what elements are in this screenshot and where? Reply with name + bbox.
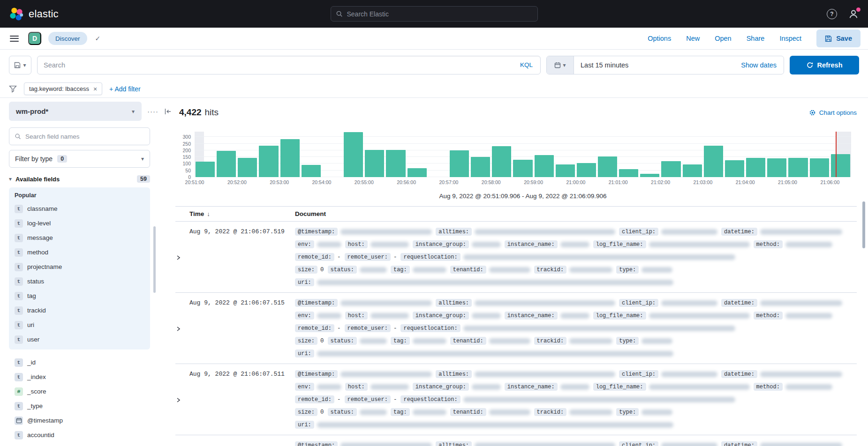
field-item-_index[interactable]: t_index (13, 370, 146, 384)
document-field: tenantid: (450, 337, 530, 345)
histogram-bar[interactable] (597, 132, 618, 177)
expand-row-icon[interactable] (175, 227, 189, 287)
expand-row-icon[interactable] (175, 298, 189, 358)
expand-row-icon[interactable] (175, 370, 189, 429)
histogram-bar[interactable] (787, 132, 808, 177)
expand-row-icon[interactable] (175, 441, 189, 446)
collapse-sidebar-icon[interactable] (164, 108, 172, 115)
field-item-trackid[interactable]: ttrackid (13, 303, 146, 318)
histogram-bar[interactable] (830, 132, 851, 177)
calendar-icon (16, 417, 22, 424)
histogram-bar[interactable] (322, 132, 343, 177)
save-button[interactable]: Save (816, 30, 860, 47)
histogram-bar[interactable] (428, 132, 449, 177)
table-scrollbar-thumb[interactable] (862, 201, 865, 248)
elastic-logo (9, 7, 23, 21)
field-filters-ellipsis-icon[interactable]: ···· (147, 107, 159, 115)
field-name-badge: requestlocation: (400, 324, 460, 332)
field-item-classname[interactable]: tclassname (13, 201, 146, 216)
field-item-accountid[interactable]: taccountid (13, 428, 146, 442)
brand[interactable]: elastic (9, 7, 59, 21)
field-item-_type[interactable]: t_type (13, 399, 146, 413)
query-input[interactable] (44, 61, 513, 69)
histogram-bar[interactable] (660, 132, 681, 177)
field-item-@timestamp[interactable]: @timestamp (13, 413, 146, 428)
field-item-projectname[interactable]: tprojectname (13, 260, 146, 274)
histogram-bar[interactable] (766, 132, 787, 177)
redacted-field-value (475, 443, 615, 446)
field-search[interactable] (9, 127, 150, 145)
field-item-_id[interactable]: t_id (13, 355, 146, 370)
remove-filter-icon[interactable]: × (93, 86, 97, 92)
time-column-header[interactable]: Time ↓ (189, 210, 295, 217)
histogram-bar[interactable] (491, 132, 512, 177)
histogram-bar[interactable] (258, 132, 279, 177)
field-item-uri[interactable]: turi (13, 318, 146, 332)
header-link-inspect[interactable]: Inspect (779, 35, 801, 42)
histogram-bar[interactable] (195, 132, 216, 177)
histogram-bar[interactable] (618, 132, 639, 177)
field-item-_score[interactable]: #_score (13, 384, 146, 399)
breadcrumb[interactable]: Discover (48, 32, 87, 45)
field-item-message[interactable]: tmessage (13, 230, 146, 245)
histogram-bar[interactable] (512, 132, 533, 177)
global-search-input[interactable] (347, 10, 533, 18)
field-item-log-level[interactable]: tlog-level (13, 216, 146, 230)
histogram-bar[interactable] (534, 132, 555, 177)
histogram-bar[interactable] (724, 132, 745, 177)
filter-pill[interactable]: tag.keyword: lbaccess × (24, 82, 102, 95)
histogram-bar[interactable] (449, 132, 470, 177)
histogram-bar[interactable] (809, 132, 830, 177)
field-item-user[interactable]: tuser (13, 332, 146, 347)
help-icon[interactable]: ? (827, 9, 837, 19)
quick-select-calendar-icon[interactable]: ▾ (547, 56, 574, 74)
histogram-bar[interactable] (237, 132, 258, 177)
histogram-bar[interactable] (385, 132, 406, 177)
field-name-badge: log_file_name: (593, 240, 646, 248)
chart-options-button[interactable]: Chart options (809, 109, 857, 116)
histogram-bar[interactable] (301, 132, 322, 177)
document-field: requestlocation: (400, 395, 735, 403)
show-dates-link[interactable]: Show dates (741, 61, 784, 69)
time-range-value[interactable]: Last 15 minutes (574, 61, 628, 69)
histogram-bar[interactable] (364, 132, 385, 177)
query-language-button[interactable]: KQL (513, 56, 540, 74)
header-link-options[interactable]: Options (648, 35, 671, 42)
sort-desc-icon[interactable]: ↓ (207, 210, 210, 217)
field-value: - (337, 325, 341, 332)
histogram-bar[interactable] (703, 132, 724, 177)
filter-by-type-control[interactable]: Filter by type 0 ▾ (9, 150, 150, 168)
add-filter-button[interactable]: + Add filter (109, 85, 141, 93)
sidebar-scrollbar-thumb[interactable] (153, 226, 156, 293)
histogram-bar[interactable] (682, 132, 703, 177)
header-link-new[interactable]: New (686, 35, 700, 42)
text-field-icon: t (15, 205, 23, 213)
available-fields-accordion[interactable]: ▾ Available fields 59 (9, 175, 150, 183)
global-search[interactable] (331, 6, 538, 22)
menu-icon[interactable] (8, 33, 21, 44)
bar-fill (598, 156, 617, 177)
histogram-bar[interactable] (555, 132, 576, 177)
header-link-open[interactable]: Open (715, 35, 731, 42)
header-link-share[interactable]: Share (747, 35, 765, 42)
histogram-bar[interactable] (216, 132, 237, 177)
histogram-bar[interactable] (279, 132, 301, 177)
field-name-badge: trackid: (534, 408, 567, 416)
field-item-method[interactable]: tmethod (13, 245, 146, 260)
histogram-bar[interactable] (576, 132, 597, 177)
histogram-bar[interactable] (407, 132, 428, 177)
space-avatar[interactable]: D (28, 32, 41, 45)
field-search-input[interactable] (25, 133, 144, 140)
histogram-bar[interactable] (639, 132, 660, 177)
saved-query-menu-button[interactable]: ▾ (9, 56, 31, 74)
field-value: - (337, 254, 341, 260)
query-input-wrap[interactable]: KQL (37, 56, 541, 74)
field-item-tag[interactable]: ttag (13, 289, 146, 303)
refresh-button[interactable]: Refresh (790, 56, 859, 74)
histogram-bar[interactable] (745, 132, 766, 177)
index-pattern-switcher[interactable]: wm-prod* ▾ (9, 102, 142, 121)
field-item-status[interactable]: tstatus (13, 274, 146, 289)
histogram-bar[interactable] (470, 132, 491, 177)
user-menu-icon[interactable] (848, 9, 859, 19)
histogram-bar[interactable] (343, 132, 364, 177)
